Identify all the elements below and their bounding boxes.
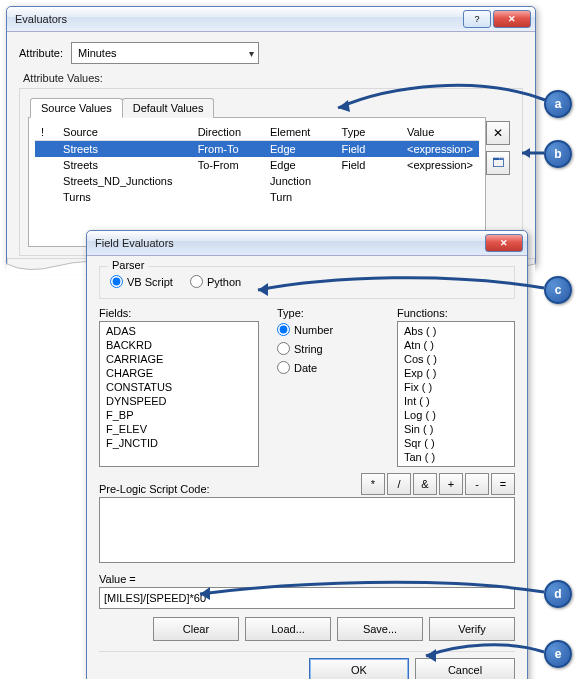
functions-listbox[interactable]: Abs ( ) Atn ( ) Cos ( ) Exp ( ) Fix ( ) … (397, 321, 515, 467)
help-button[interactable]: ? (463, 10, 491, 28)
table-row[interactable]: Turns Turn (35, 189, 479, 205)
callout-d: d (544, 580, 572, 608)
list-item[interactable]: Sqr ( ) (402, 436, 510, 450)
cancel-button[interactable]: Cancel (415, 658, 515, 679)
dialog-title: Field Evaluators (95, 237, 485, 249)
col-direction[interactable]: Direction (192, 124, 264, 141)
list-item[interactable]: CONSTATUS (104, 380, 254, 394)
list-item[interactable]: Abs ( ) (402, 324, 510, 338)
op-plus-button[interactable]: + (439, 473, 463, 495)
verify-button[interactable]: Verify (429, 617, 515, 641)
list-item[interactable]: CHARGE (104, 366, 254, 380)
op-multiply-button[interactable]: * (361, 473, 385, 495)
col-value[interactable]: Value (401, 124, 479, 141)
list-item[interactable]: Int ( ) (402, 394, 510, 408)
value-label: Value = (99, 573, 515, 585)
type-number-radio[interactable]: Number (277, 323, 365, 336)
list-item[interactable]: Atn ( ) (402, 338, 510, 352)
source-values-table[interactable]: ! Source Direction Element Type Value St… (35, 124, 479, 205)
list-item[interactable]: F_BP (104, 408, 254, 422)
col-type[interactable]: Type (336, 124, 401, 141)
callout-a: a (544, 90, 572, 118)
prelogic-label: Pre-Logic Script Code: (99, 483, 210, 495)
fields-listbox[interactable]: ADAS BACKRD CARRIAGE CHARGE CONSTATUS DY… (99, 321, 259, 467)
close-button[interactable]: ✕ (485, 234, 523, 252)
callout-c: c (544, 276, 572, 304)
fields-label: Fields: (99, 307, 259, 319)
ok-button[interactable]: OK (309, 658, 409, 679)
titlebar[interactable]: Field Evaluators ✕ (87, 231, 527, 256)
properties-icon: 🗔 (492, 156, 504, 170)
list-item[interactable]: F_ELEV (104, 422, 254, 436)
load-button[interactable]: Load... (245, 617, 331, 641)
attribute-label: Attribute: (19, 47, 63, 59)
list-item[interactable]: F_JNCTID (104, 436, 254, 450)
table-row[interactable]: Streets To-From Edge Field <expression> (35, 157, 479, 173)
list-item[interactable]: DYNSPEED (104, 394, 254, 408)
evaluators-window: Evaluators ? ✕ Attribute: Minutes Attrib… (6, 6, 536, 267)
parser-python-radio[interactable]: Python (190, 275, 241, 288)
field-evaluators-dialog: Field Evaluators ✕ Parser VB Script Pyth… (86, 230, 528, 679)
op-minus-button[interactable]: - (465, 473, 489, 495)
grid-panel: ! Source Direction Element Type Value St… (28, 117, 486, 247)
parser-group: Parser VB Script Python (99, 266, 515, 299)
window-title: Evaluators (15, 13, 463, 25)
tab-source-values[interactable]: Source Values (30, 98, 123, 118)
clear-button[interactable]: Clear (153, 617, 239, 641)
type-date-radio[interactable]: Date (277, 361, 365, 374)
attribute-values-label: Attribute Values: (23, 72, 521, 84)
col-bang[interactable]: ! (35, 124, 57, 141)
list-item[interactable]: Exp ( ) (402, 366, 510, 380)
list-item[interactable]: Tan ( ) (402, 450, 510, 464)
titlebar[interactable]: Evaluators ? ✕ (7, 7, 535, 32)
save-button[interactable]: Save... (337, 617, 423, 641)
list-item[interactable]: Sin ( ) (402, 422, 510, 436)
close-button[interactable]: ✕ (493, 10, 531, 28)
remove-evaluator-button[interactable]: ✕ (486, 121, 510, 145)
tab-default-values[interactable]: Default Values (122, 98, 215, 118)
x-icon: ✕ (493, 126, 503, 140)
type-label: Type: (277, 307, 379, 319)
list-item[interactable]: BACKRD (104, 338, 254, 352)
table-row[interactable]: Streets_ND_Junctions Junction (35, 173, 479, 189)
table-row[interactable]: Streets From-To Edge Field <expression> (35, 141, 479, 158)
attribute-combo[interactable]: Minutes (71, 42, 259, 64)
callout-b: b (544, 140, 572, 168)
value-input[interactable] (99, 587, 515, 609)
list-item[interactable]: CARRIAGE (104, 352, 254, 366)
callout-e: e (544, 640, 572, 668)
type-string-radio[interactable]: String (277, 342, 365, 355)
op-divide-button[interactable]: / (387, 473, 411, 495)
parser-vbscript-radio[interactable]: VB Script (110, 275, 173, 288)
col-source[interactable]: Source (57, 124, 192, 141)
functions-label: Functions: (397, 307, 515, 319)
parser-legend: Parser (108, 259, 148, 271)
list-item[interactable]: Cos ( ) (402, 352, 510, 366)
op-equals-button[interactable]: = (491, 473, 515, 495)
col-element[interactable]: Element (264, 124, 336, 141)
prelogic-textarea[interactable] (99, 497, 515, 563)
list-item[interactable]: Fix ( ) (402, 380, 510, 394)
evaluator-properties-button[interactable]: 🗔 (486, 151, 510, 175)
list-item[interactable]: Log ( ) (402, 408, 510, 422)
list-item[interactable]: ADAS (104, 324, 254, 338)
op-concat-button[interactable]: & (413, 473, 437, 495)
